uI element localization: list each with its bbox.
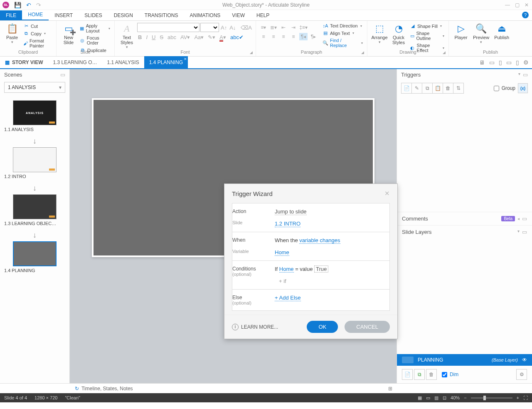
arrange-button[interactable]: ⬚ Arrange ▾ [371, 22, 388, 45]
timeline-label[interactable]: Timeline, States, Notes [81, 386, 133, 392]
outdent-icon[interactable]: ⇤ [279, 24, 288, 31]
learn-more-button[interactable]: i LEARN MORE... [232, 324, 278, 330]
numbering-icon[interactable]: ≣▾ [269, 24, 278, 31]
menu-insert[interactable]: INSERT [49, 10, 79, 20]
panel-menu-icon[interactable]: ▾ [518, 72, 520, 78]
shrink-font-icon[interactable]: A↓ [229, 24, 236, 31]
variables-button[interactable]: (x) [518, 83, 528, 93]
paragraph-dialog-launcher[interactable]: ◢ [361, 50, 365, 55]
menu-file[interactable]: FILE [0, 10, 22, 20]
timeline-icon[interactable]: ↻ [75, 386, 79, 392]
when-link[interactable]: variable changes [299, 237, 340, 244]
font-size-select[interactable] [200, 23, 219, 32]
highlight-button[interactable]: ✎▾ [207, 34, 216, 41]
cut-button[interactable]: ✂Cut [22, 23, 53, 29]
new-slide-button[interactable]: ▭➕ New Slide [60, 22, 77, 46]
text-direction-button[interactable]: ↕AText Direction▾ [322, 23, 364, 29]
minimize-icon[interactable]: — [505, 2, 510, 8]
cancel-button[interactable]: CANCEL [345, 321, 390, 333]
tablet-portrait-icon[interactable]: ▯ [499, 59, 502, 66]
underline-button[interactable]: U [151, 34, 156, 41]
zoom-in-icon[interactable]: + [517, 395, 519, 400]
tab-analysis[interactable]: 1.1 ANALYSIS [102, 56, 144, 69]
tab-story-view[interactable]: ▦STORY VIEW [0, 56, 48, 69]
guides-icon[interactable]: ▥ [434, 395, 438, 401]
menu-design[interactable]: DESIGN [108, 10, 139, 20]
menu-help[interactable]: HELP [251, 10, 275, 20]
case-button[interactable]: Aa▾ [193, 34, 204, 41]
fit-icon[interactable]: ⊞ [388, 386, 392, 392]
zoom-slider[interactable] [471, 397, 512, 399]
publish-button[interactable]: ⏏Publish [493, 22, 511, 41]
ok-button[interactable]: OK [307, 321, 338, 333]
font-family-select[interactable] [137, 23, 200, 32]
slide-link[interactable]: 1.2 INTRO [275, 221, 300, 227]
delete-trigger-button[interactable]: 🗑 [443, 83, 453, 94]
panel-dock-icon[interactable]: ▭ [523, 72, 528, 78]
format-painter-button[interactable]: 🖌Format Painter [22, 38, 53, 49]
new-layer-button[interactable]: 📄 [402, 369, 413, 380]
strike-button[interactable]: S [159, 34, 164, 41]
settings-icon[interactable]: ⚙ [523, 59, 529, 66]
clear-format-icon[interactable]: ⌫A [240, 24, 253, 31]
reorder-trigger-button[interactable]: ⇅ [453, 83, 464, 94]
snap-icon[interactable]: ⊡ [443, 395, 446, 401]
rtl-icon[interactable]: ¶◂ [299, 33, 308, 40]
drawing-dialog-launcher[interactable]: ◢ [443, 50, 447, 55]
tab-learning[interactable]: 1.3 LEARNING O… [48, 56, 102, 69]
cond-true-value[interactable]: True [314, 265, 328, 273]
duplicate-layer-button[interactable]: ⧉ [414, 369, 425, 380]
maximize-icon[interactable]: ▢ [515, 2, 520, 8]
dim-checkbox[interactable]: Dim [442, 372, 458, 377]
italic-button[interactable]: I [145, 34, 148, 41]
phone-portrait-icon[interactable]: ▯ [516, 59, 519, 66]
slide-layers-header[interactable]: Slide Layers ▾▭ [397, 225, 532, 238]
slide-thumb[interactable]: ANALYSIS 1.1 ANALYSIS [4, 100, 65, 132]
player-button[interactable]: ▷Player [452, 22, 470, 41]
active-layer[interactable]: PLANNING (Base Layer) 👁 [397, 354, 532, 366]
font-dialog-launcher[interactable]: ◢ [250, 50, 254, 55]
menu-home[interactable]: HOME [22, 10, 49, 20]
slide-thumb[interactable]: 1.3 LEARNING OBJEC… [4, 194, 65, 226]
grow-font-icon[interactable]: A↑ [220, 24, 228, 31]
slide-thumb[interactable]: 1.2 INTRO [4, 147, 65, 179]
spellcheck-button[interactable]: abc✔ [229, 34, 244, 41]
slide-thumb[interactable]: 1.4 PLANNING [4, 241, 65, 273]
add-if-button[interactable]: + if [279, 278, 384, 284]
align-left-icon[interactable]: ≡ [259, 33, 268, 40]
phone-landscape-icon[interactable]: ▭ [506, 59, 512, 66]
spacing-button[interactable]: AV▾ [180, 34, 191, 41]
focus-order-button[interactable]: ◎Focus Order [79, 35, 111, 46]
align-center-icon[interactable]: ≡ [269, 33, 278, 40]
tab-planning[interactable]: 1.4 PLANNING✕ [144, 56, 188, 69]
add-else-button[interactable]: + Add Else [275, 295, 301, 301]
shape-outline-button[interactable]: ▭Shape Outline▾ [409, 30, 445, 41]
tablet-landscape-icon[interactable]: ▭ [489, 59, 495, 66]
zoom-out-icon[interactable]: − [464, 395, 466, 400]
align-justify-icon[interactable]: ≡ [289, 33, 298, 40]
font-color-button[interactable]: A▾ [219, 34, 227, 41]
chevron-left-icon[interactable]: ◂ [517, 216, 520, 221]
tab-close-icon[interactable]: ✕ [184, 57, 187, 61]
copy-button[interactable]: ⧉Copy▾ [22, 30, 53, 37]
text-styles-button[interactable]: A Text Styles ▾ [118, 22, 135, 50]
desktop-view-icon[interactable]: 🖥 [479, 59, 485, 66]
line-spacing-icon[interactable]: ‡≡▾ [299, 24, 308, 31]
grid-icon[interactable]: ▦ [418, 395, 422, 401]
bold-button[interactable]: B [137, 34, 143, 41]
shape-fill-button[interactable]: ◢Shape Fill▾ [409, 23, 445, 29]
undo-icon[interactable]: ↶ [26, 2, 31, 8]
ruler-icon[interactable]: ▭ [426, 395, 430, 401]
shadow-button[interactable]: abc [167, 34, 177, 41]
align-text-button[interactable]: ▤Align Text▾ [322, 30, 364, 36]
chevron-down-icon[interactable]: ▾ [517, 229, 520, 235]
preview-button[interactable]: 🔍Preview▾ [471, 22, 491, 45]
find-replace-button[interactable]: 🔍Find / Replace▾ [322, 37, 364, 48]
menu-animations[interactable]: ANIMATIONS [184, 10, 227, 20]
action-value[interactable]: Jump to slide [275, 208, 307, 215]
variable-link[interactable]: Home [275, 249, 289, 256]
delete-layer-button[interactable]: 🗑 [426, 369, 437, 380]
scene-selector[interactable]: 1 ANALYSIS ▾ [4, 82, 65, 93]
indent-icon[interactable]: ⇥ [289, 24, 298, 31]
align-right-icon[interactable]: ≡ [279, 33, 288, 40]
